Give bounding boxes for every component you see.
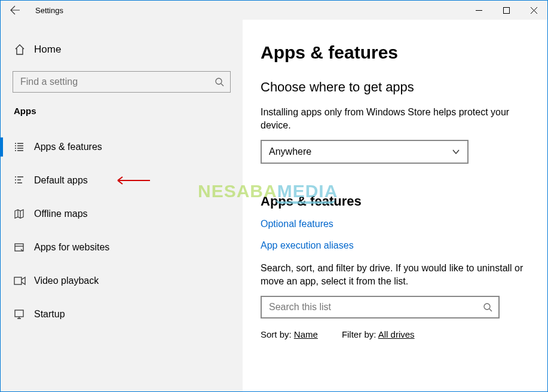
- title-bar: Settings: [1, 1, 547, 20]
- get-apps-description: Installing apps only from Windows Store …: [261, 106, 531, 131]
- maximize-icon: [503, 7, 510, 14]
- svg-point-5: [484, 304, 490, 310]
- find-setting-search[interactable]: [13, 71, 231, 93]
- startup-icon: [14, 309, 34, 320]
- annotation-arrow: [114, 176, 150, 185]
- sort-value: Name: [294, 329, 318, 339]
- svg-rect-4: [15, 310, 23, 317]
- sidebar-item-label: Video playback: [34, 275, 99, 286]
- filter-label: Filter by:: [342, 329, 376, 339]
- app-source-dropdown[interactable]: Anywhere: [261, 140, 469, 164]
- list-icon: [14, 142, 34, 152]
- home-button[interactable]: Home: [1, 36, 243, 63]
- minimize-icon: [476, 7, 482, 14]
- defaults-icon: [14, 175, 34, 186]
- video-icon: [14, 276, 34, 286]
- svg-point-1: [216, 78, 222, 84]
- link-optional-features[interactable]: Optional features: [261, 219, 531, 229]
- section-title-apps-features: Apps & features: [261, 194, 531, 209]
- sidebar-item-label: Default apps: [34, 175, 88, 186]
- sort-filter-row: Sort by: Name Filter by: All drives: [261, 329, 531, 339]
- page-title: Apps & features: [261, 42, 531, 63]
- search-icon: [483, 302, 492, 312]
- window-controls: [465, 1, 547, 20]
- filter-by-control[interactable]: Filter by: All drives: [342, 329, 415, 339]
- close-icon: [531, 7, 537, 14]
- link-app-execution-aliases[interactable]: App execution aliases: [261, 240, 531, 251]
- sidebar: Home Apps Apps & features Default apps: [1, 20, 243, 391]
- minimize-button[interactable]: [465, 1, 492, 20]
- map-icon: [14, 209, 34, 219]
- close-button[interactable]: [520, 1, 547, 20]
- sidebar-item-label: Apps for websites: [34, 242, 109, 253]
- app-list-search-input[interactable]: [268, 301, 483, 313]
- sidebar-item-video-playback[interactable]: Video playback: [1, 264, 243, 298]
- window-title: Settings: [29, 6, 63, 15]
- sidebar-item-label: Apps & features: [34, 142, 102, 152]
- main-panel: Apps & features Choose where to get apps…: [243, 20, 547, 391]
- section-title-get-apps: Choose where to get apps: [261, 79, 531, 95]
- app-website-icon: [14, 242, 34, 253]
- chevron-down-icon: [452, 148, 460, 156]
- sidebar-item-default-apps[interactable]: Default apps: [1, 164, 243, 197]
- home-label: Home: [34, 44, 61, 56]
- maximize-button[interactable]: [492, 1, 520, 20]
- sidebar-item-apps-features[interactable]: Apps & features: [1, 130, 243, 164]
- sidebar-category: Apps: [1, 103, 243, 122]
- sidebar-item-label: Offline maps: [34, 209, 88, 219]
- app-list-search[interactable]: [261, 296, 500, 318]
- find-setting-input[interactable]: [19, 76, 215, 88]
- arrow-left-icon: [10, 5, 20, 15]
- sidebar-item-startup[interactable]: Startup: [1, 298, 243, 331]
- sort-by-control[interactable]: Sort by: Name: [261, 329, 318, 339]
- dropdown-value: Anywhere: [269, 146, 452, 157]
- sidebar-item-offline-maps[interactable]: Offline maps: [1, 197, 243, 231]
- sort-label: Sort by:: [261, 329, 292, 339]
- sidebar-item-apps-for-websites[interactable]: Apps for websites: [1, 231, 243, 264]
- search-icon: [215, 77, 224, 87]
- svg-rect-0: [503, 7, 509, 13]
- apps-list-description: Search, sort, and filter by drive. If yo…: [261, 262, 531, 287]
- home-icon: [14, 44, 34, 56]
- sidebar-item-label: Startup: [34, 309, 65, 320]
- back-button[interactable]: [1, 1, 29, 20]
- sidebar-nav: Apps & features Default apps Offline map…: [1, 122, 243, 331]
- filter-value: All drives: [378, 329, 415, 339]
- svg-rect-3: [14, 277, 22, 284]
